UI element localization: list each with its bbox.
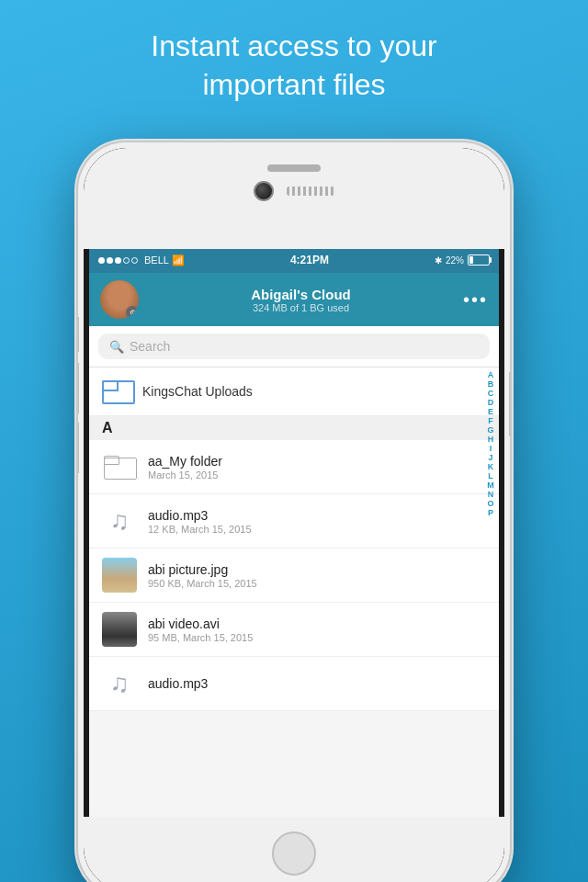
signal-dot-3: [115, 257, 121, 264]
file-name: abi picture.jpg: [148, 562, 486, 577]
search-bar: 🔍 Search: [89, 326, 499, 368]
image-sky-placeholder: [102, 558, 137, 593]
file-icon-container: ♫: [102, 503, 137, 538]
battery-fill: [469, 256, 473, 264]
volume-mute-button: [78, 317, 79, 352]
time-display: 4:21PM: [290, 254, 329, 266]
alpha-d[interactable]: D: [484, 399, 497, 407]
kingschat-folder-name: KingsChat Uploads: [142, 384, 253, 399]
alpha-j[interactable]: J: [484, 454, 497, 462]
alpha-k[interactable]: K: [484, 463, 497, 471]
status-right: ✱ 22%: [435, 254, 490, 266]
file-meta: 950 KB, March 15, 2015: [148, 578, 486, 589]
audio-icon: ♫: [110, 506, 130, 536]
file-meta: 95 MB, March 15, 2015: [148, 632, 486, 643]
volume-up-button: [78, 363, 79, 413]
battery-pct: 22%: [446, 255, 464, 266]
camera-lens: [254, 181, 274, 201]
signal-dot-4: [123, 257, 130, 264]
alpha-i[interactable]: I: [484, 445, 497, 453]
nav-storage-info: 324 MB of 1 BG used: [251, 302, 351, 313]
signal-dot-5: [131, 257, 138, 264]
more-options-button[interactable]: •••: [463, 289, 488, 311]
file-row[interactable]: ♫ audio.mp3 12 KB, March 15, 2015: [89, 494, 499, 548]
section-header-a: A: [89, 416, 499, 440]
file-meta: March 15, 2015: [148, 469, 486, 481]
alpha-h[interactable]: H: [484, 435, 497, 444]
phone-bottom: [84, 817, 504, 882]
folder-icon: [104, 454, 135, 480]
file-name: abi video.avi: [148, 616, 486, 631]
alpha-e[interactable]: E: [484, 408, 497, 416]
volume-down-button: [78, 423, 79, 473]
camera-row: [254, 181, 334, 201]
alphabet-index: A B C D E F G H I J K L M N O P: [482, 368, 499, 711]
folder-icon: [102, 379, 131, 404]
nav-user-name: Abigail's Cloud: [251, 287, 351, 302]
alpha-c[interactable]: C: [484, 390, 497, 398]
headline: Instant access to your important files: [0, 28, 588, 104]
audio-icon: ♫: [110, 669, 130, 698]
kingschat-uploads-row[interactable]: KingsChat Uploads: [89, 368, 499, 416]
file-info: audio.mp3 12 KB, March 15, 2015: [148, 508, 486, 535]
nav-left: ⚙: [100, 280, 139, 319]
file-meta: 12 KB, March 15, 2015: [148, 524, 486, 535]
video-thumbnail: [102, 612, 137, 647]
file-icon-container: [102, 612, 137, 647]
alpha-n[interactable]: N: [484, 491, 497, 499]
search-input[interactable]: 🔍 Search: [98, 334, 490, 359]
avatar-gear-icon: ⚙: [126, 306, 139, 319]
signal-dot-1: [98, 257, 105, 264]
file-icon-container: [102, 558, 137, 593]
search-placeholder: Search: [130, 339, 170, 354]
mic-grille: [287, 187, 334, 196]
alpha-o[interactable]: O: [484, 500, 497, 508]
file-row[interactable]: abi video.avi 95 MB, March 15, 2015: [89, 603, 499, 657]
battery-tip: [490, 257, 492, 263]
alpha-m[interactable]: M: [484, 481, 497, 490]
file-row[interactable]: aa_My folder March 15, 2015: [89, 440, 499, 494]
file-info: abi picture.jpg 950 KB, March 15, 2015: [148, 562, 486, 589]
wifi-icon: 📶: [172, 254, 185, 266]
carrier-label: BELL: [144, 254, 169, 266]
file-list: KingsChat Uploads A aa_My folder March 1…: [89, 368, 499, 711]
file-row[interactable]: ♫ audio.mp3: [89, 657, 499, 711]
alpha-p[interactable]: P: [484, 509, 497, 517]
alpha-g[interactable]: G: [484, 426, 497, 435]
phone-frame: BELL 📶 4:21PM ✱ 22%: [78, 142, 510, 882]
file-name: audio.mp3: [148, 676, 486, 691]
alpha-a[interactable]: A: [484, 371, 497, 379]
file-info: audio.mp3: [148, 676, 486, 692]
alpha-f[interactable]: F: [484, 417, 497, 425]
nav-title: Abigail's Cloud 324 MB of 1 BG used: [251, 287, 351, 313]
phone-inner: BELL 📶 4:21PM ✱ 22%: [84, 148, 504, 882]
status-bar: BELL 📶 4:21PM ✱ 22%: [89, 247, 499, 273]
phone-screen: BELL 📶 4:21PM ✱ 22%: [89, 247, 499, 817]
status-left: BELL 📶: [98, 254, 185, 266]
image-thumbnail: [102, 558, 137, 593]
alpha-l[interactable]: L: [484, 472, 497, 481]
file-name: aa_My folder: [148, 454, 486, 469]
signal-dot-2: [107, 257, 113, 264]
file-row[interactable]: abi picture.jpg 950 KB, March 15, 2015: [89, 548, 499, 603]
file-icon-container: [102, 449, 137, 484]
file-icon-container: ♫: [102, 666, 137, 701]
bluetooth-icon: ✱: [435, 255, 442, 266]
signal-dots: [98, 257, 138, 264]
avatar[interactable]: ⚙: [100, 280, 139, 319]
alpha-b[interactable]: B: [484, 380, 497, 389]
nav-header: ⚙ Abigail's Cloud 324 MB of 1 BG used ••…: [89, 273, 499, 326]
file-name: audio.mp3: [148, 508, 486, 523]
home-button[interactable]: [272, 831, 316, 876]
file-info: abi video.avi 95 MB, March 15, 2015: [148, 616, 486, 643]
speaker-slot: [267, 164, 321, 172]
search-icon: 🔍: [109, 340, 124, 354]
image-bike-placeholder: [102, 612, 137, 647]
phone-top-bezel: [84, 148, 504, 249]
power-button: [509, 372, 510, 436]
battery-indicator: [468, 254, 490, 266]
file-info: aa_My folder March 15, 2015: [148, 454, 486, 481]
